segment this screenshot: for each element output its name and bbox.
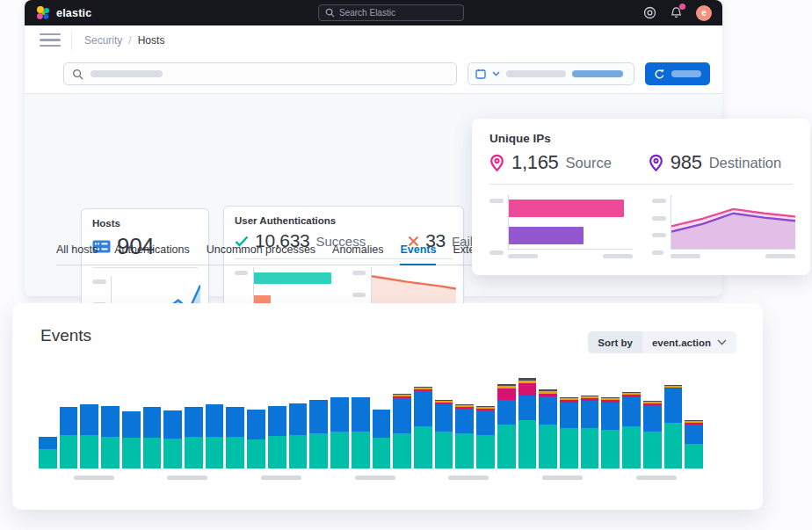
elastic-logo-icon[interactable]	[35, 5, 51, 21]
global-search-input[interactable]: Search Elastic	[318, 4, 464, 21]
breadcrumb-page: Hosts	[138, 34, 165, 47]
brand-name: elastic	[56, 7, 91, 19]
notifications-bell-icon[interactable]	[670, 6, 683, 19]
tab-anomalies[interactable]: Anomalies	[332, 243, 383, 265]
hosts-card-title: Hosts	[92, 218, 198, 229]
tab-authentications[interactable]: Authentications	[114, 243, 189, 265]
kql-search-input[interactable]	[63, 62, 457, 85]
x-axis-skeleton	[167, 476, 207, 480]
sort-by-control[interactable]: Sort by event.action	[588, 331, 736, 353]
refresh-button[interactable]	[645, 62, 710, 85]
breadcrumb-separator: /	[128, 34, 131, 47]
y-axis-skeleton	[489, 195, 504, 258]
events-panel: Events Sort by event.action	[12, 303, 763, 510]
query-bar	[25, 54, 722, 94]
menu-hamburger-icon[interactable]	[40, 33, 61, 47]
breadcrumb-section[interactable]: Security	[84, 34, 122, 47]
tab-all-hosts[interactable]: All hosts	[56, 243, 98, 265]
map-pin-source-icon	[489, 154, 504, 172]
x-axis-skeleton	[671, 254, 795, 258]
top-navbar: elastic Search Elastic e	[25, 0, 722, 25]
ips-source-value: 1,165	[511, 151, 559, 174]
x-axis-skeleton	[448, 476, 489, 480]
ips-destination-value: 985	[671, 151, 702, 174]
divider	[71, 31, 72, 50]
search-icon	[325, 8, 335, 18]
tab-events[interactable]: Events	[400, 243, 436, 265]
x-axis-skeleton	[74, 476, 114, 480]
notification-badge-dot	[679, 4, 685, 10]
chevron-down-icon	[492, 71, 500, 76]
ips-trend-chart	[671, 195, 795, 250]
date-range-picker[interactable]	[468, 62, 634, 85]
skeleton-text	[91, 70, 163, 77]
help-icon[interactable]	[643, 6, 656, 19]
breadcrumb-bar: Security / Hosts	[25, 25, 722, 54]
sort-field-value: event.action	[652, 338, 711, 348]
x-axis-skeleton	[261, 476, 301, 480]
sort-by-label: Sort by	[588, 331, 642, 353]
refresh-icon	[654, 69, 665, 80]
skeleton-text	[671, 70, 701, 77]
ips-source-dest-bar-chart	[509, 195, 633, 249]
ips-source-label: Source	[566, 155, 612, 171]
ips-card-title: Unique IPs	[489, 132, 793, 145]
x-axis-skeleton	[542, 476, 583, 480]
map-pin-destination-icon	[649, 154, 663, 172]
auth-card-title: User Authentications	[235, 215, 453, 226]
x-axis-skeleton	[355, 476, 395, 480]
events-stacked-bar-chart	[39, 372, 703, 468]
calendar-icon	[475, 69, 486, 79]
avatar-initial: e	[701, 8, 707, 18]
unique-ips-kpi-card: Unique IPs 1,165 Source 985 Destination	[472, 119, 810, 275]
tab-uncommon-processes[interactable]: Uncommon processes	[207, 243, 315, 265]
search-icon	[72, 69, 83, 80]
sort-field-select[interactable]: event.action	[642, 331, 736, 353]
x-axis-skeleton	[636, 476, 677, 480]
chevron-down-icon	[717, 339, 727, 345]
x-axis-skeleton	[508, 254, 633, 258]
ips-destination-label: Destination	[709, 155, 782, 171]
skeleton-text	[572, 70, 623, 77]
events-panel-title: Events	[40, 326, 91, 345]
user-avatar[interactable]: e	[696, 5, 712, 21]
y-axis-skeleton	[652, 195, 666, 258]
global-search-placeholder: Search Elastic	[339, 8, 395, 18]
skeleton-text	[506, 70, 566, 77]
